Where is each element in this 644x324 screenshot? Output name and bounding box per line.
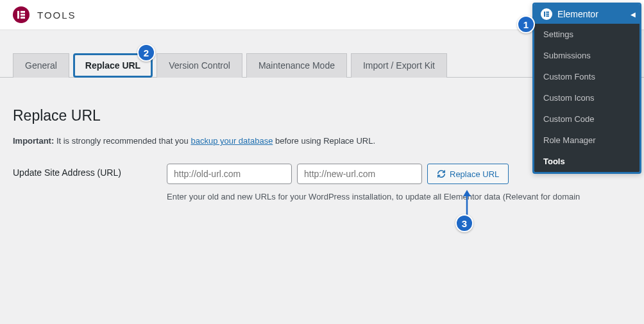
sidebar-item-submissions[interactable]: Submissions <box>534 45 640 66</box>
refresh-icon <box>437 169 446 178</box>
form-label: Update Site Address (URL) <box>13 164 167 178</box>
sidebar-item-tools[interactable]: Tools <box>534 151 640 172</box>
svg-rect-7 <box>546 15 549 17</box>
svg-rect-5 <box>546 12 549 13</box>
caret-left-icon: ◀ <box>631 11 636 18</box>
notice-before: It is strongly recommended that you <box>54 136 191 146</box>
help-text: Enter your old and new URLs for your Wor… <box>167 192 631 201</box>
svg-rect-6 <box>546 13 549 15</box>
sidebar-item-custom-code[interactable]: Custom Code <box>534 108 640 130</box>
annotation-badge-1: 1 <box>517 15 535 33</box>
svg-rect-0 <box>17 11 19 19</box>
sidebar-header[interactable]: Elementor ◀ <box>534 4 640 24</box>
elementor-mini-logo-icon <box>541 8 552 20</box>
sidebar-item-settings[interactable]: Settings <box>534 24 640 45</box>
tab-general[interactable]: General <box>13 53 69 78</box>
tab-maintenance-mode[interactable]: Maintenance Mode <box>246 53 347 78</box>
sidebar-flyout: Elementor ◀ Settings Submissions Custom … <box>532 3 641 174</box>
annotation-badge-3: 3 <box>455 214 473 232</box>
replace-url-button[interactable]: Replace URL <box>427 164 509 184</box>
svg-rect-1 <box>21 11 25 13</box>
page-title: TOOLS <box>37 10 76 21</box>
svg-marker-9 <box>463 190 471 196</box>
sidebar-items: Settings Submissions Custom Fonts Custom… <box>534 24 640 172</box>
annotation-badge-2: 2 <box>137 44 155 62</box>
notice-after: before using Replace URL. <box>273 136 375 146</box>
old-url-input[interactable] <box>167 164 292 184</box>
sidebar-item-role-manager[interactable]: Role Manager <box>534 130 640 151</box>
svg-rect-3 <box>21 17 25 19</box>
sidebar-item-custom-fonts[interactable]: Custom Fonts <box>534 66 640 87</box>
backup-link[interactable]: backup your database <box>191 136 273 146</box>
sidebar-item-custom-icons[interactable]: Custom Icons <box>534 87 640 108</box>
tab-version-control[interactable]: Version Control <box>157 53 242 78</box>
elementor-logo-icon <box>13 6 30 23</box>
sidebar-title: Elementor <box>557 9 598 19</box>
tab-import-export[interactable]: Import / Export Kit <box>351 53 447 78</box>
new-url-input[interactable] <box>297 164 422 184</box>
replace-button-label: Replace URL <box>450 169 499 179</box>
notice-important-label: Important: <box>13 136 54 146</box>
svg-rect-2 <box>21 14 25 16</box>
svg-rect-4 <box>544 12 545 17</box>
